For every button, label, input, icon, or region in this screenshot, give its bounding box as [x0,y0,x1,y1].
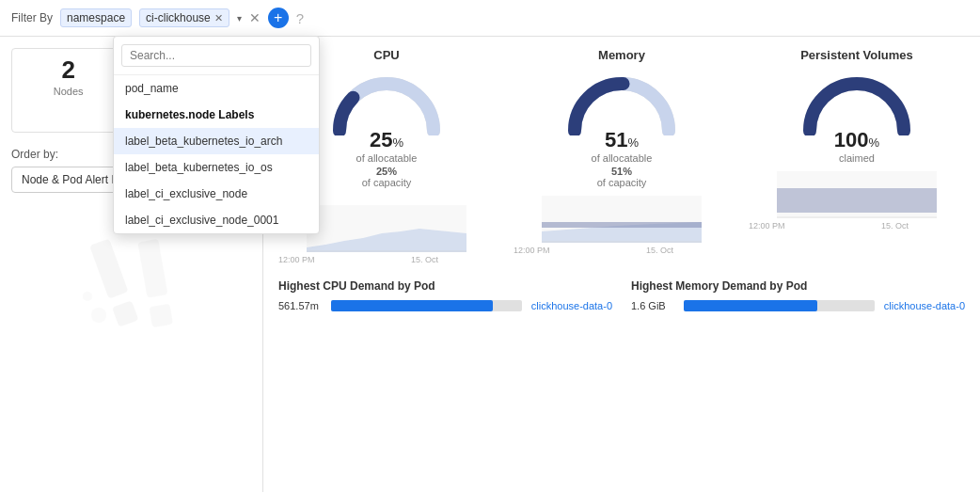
memory-capacity-value: 51% [611,166,632,177]
memory-chart-svg [542,196,702,243]
dropdown-search-area [114,37,319,75]
pv-gauge-svg [800,70,913,135]
dropdown-item-arch[interactable]: label_beta_kubernetes_io_arch [114,128,319,154]
memory-time-right: 15. Oct [646,246,673,255]
cpu-capacity-value: 25% [376,166,397,177]
filter-clear-icon[interactable]: ✕ [249,10,261,25]
cpu-time-axis: 12:00 PM 15. Oct [278,255,438,264]
svg-rect-9 [542,222,702,228]
pv-time-axis: 12:00 PM 15. Oct [749,221,909,231]
clickhouse-tag-remove[interactable]: ✕ [214,12,223,24]
pv-claimed-value: 100% [834,128,879,152]
metrics-row: CPU 25% of allocatable 25% [278,48,965,264]
svg-rect-0 [89,238,128,298]
memory-panel: Memory 51% of allocatable 51% o [514,48,730,264]
warning-area [11,221,251,334]
cpu-demand-bar-bg [331,300,522,311]
memory-demand-pod-label[interactable]: clickhouse-data-0 [884,300,965,311]
memory-gauge-svg [565,70,678,135]
svg-rect-1 [112,300,138,326]
cpu-capacity-label: of capacity [362,177,412,188]
memory-title: Memory [514,48,730,62]
memory-demand-bar-fill [684,300,817,311]
memory-capacity-label: of capacity [597,177,647,188]
memory-allocatable-value: 51% [605,128,639,152]
memory-demand-bar-row: 1.6 GiB clickhouse-data-0 [631,300,965,311]
cpu-allocatable-label: of allocatable [356,152,418,164]
pv-time-right: 15. Oct [881,221,909,231]
cpu-demand-pod-label[interactable]: clickhouse-data-0 [531,300,612,311]
dropdown-item-exclusive-node[interactable]: label_ci_exclusive_node [114,181,319,207]
cpu-demand-value: 561.57m [278,300,325,311]
cpu-demand-title: Highest CPU Demand by Pod [278,279,612,293]
dropdown-item-os[interactable]: label_beta_kubernetes_io_os [114,154,319,181]
filter-by-label: Filter By [11,11,53,24]
svg-rect-2 [137,238,167,297]
pv-claimed-label: claimed [839,152,875,164]
filter-bar: Filter By namespace ci-clickhouse ✕ ▾ ✕ … [0,0,980,37]
dropdown-item-pod-name[interactable]: pod_name [114,75,319,102]
pv-chart-svg [777,171,937,218]
nodes-label: Nodes [22,86,115,97]
memory-demand-bar-bg [684,300,875,311]
pv-panel: Persistent Volumes 100% claimed [749,48,965,264]
nodes-stat-box: 2 Nodes [11,48,125,133]
clickhouse-tag-text: ci-clickhouse [146,11,211,24]
cpu-demand-bar-fill [331,300,493,311]
cpu-gauge-svg [330,70,443,135]
namespace-filter-tag[interactable]: namespace [60,8,132,27]
cpu-demand-bar-row: 561.57m clickhouse-data-0 [278,300,612,311]
filter-chevron-icon[interactable]: ▾ [237,13,242,24]
namespace-tag-text: namespace [67,11,125,24]
right-content: CPU 25% of allocatable 25% [263,37,980,492]
clickhouse-filter-tag[interactable]: ci-clickhouse ✕ [139,8,229,27]
pv-title: Persistent Volumes [749,48,965,62]
dropdown-search-input[interactable] [121,44,311,67]
memory-allocatable-label: of allocatable [592,152,653,164]
warning-illustration [75,231,198,334]
memory-demand-title: Highest Memory Demand by Pod [631,279,965,293]
pv-time-left: 12:00 PM [749,221,785,231]
cpu-demand-panel: Highest CPU Demand by Pod 561.57m clickh… [278,279,612,315]
dropdown-item-exclusive-node-0001[interactable]: label_ci_exclusive_node_0001 [114,207,319,233]
cpu-time-left: 12:00 PM [278,255,315,264]
svg-point-5 [83,292,92,301]
cpu-chart-svg [307,205,466,252]
dropdown-item-k8s-labels[interactable]: kubernetes.node Labels [114,102,319,128]
cpu-time-right: 15. Oct [411,255,438,264]
memory-time-left: 12:00 PM [514,246,550,255]
help-icon[interactable]: ? [296,10,304,26]
memory-time-axis: 12:00 PM 15. Oct [514,246,673,255]
filter-dropdown: pod_name kubernetes.node Labels label_be… [113,36,320,234]
svg-rect-3 [149,303,172,326]
svg-point-4 [91,308,106,323]
memory-demand-panel: Highest Memory Demand by Pod 1.6 GiB cli… [631,279,965,315]
memory-gauge: 51% of allocatable 51% of capacity [514,70,730,188]
cpu-allocatable-value: 25% [370,128,403,152]
svg-rect-12 [777,188,937,213]
pv-gauge: 100% claimed [749,70,965,164]
pv-timeseries: 12:00 PM 15. Oct [749,171,965,231]
add-filter-button[interactable]: + [268,8,289,28]
memory-timeseries: 12:00 PM 15. Oct [514,196,730,255]
nodes-count: 2 [22,56,115,84]
memory-demand-value: 1.6 GiB [631,300,678,311]
demand-row: Highest CPU Demand by Pod 561.57m clickh… [278,279,965,315]
